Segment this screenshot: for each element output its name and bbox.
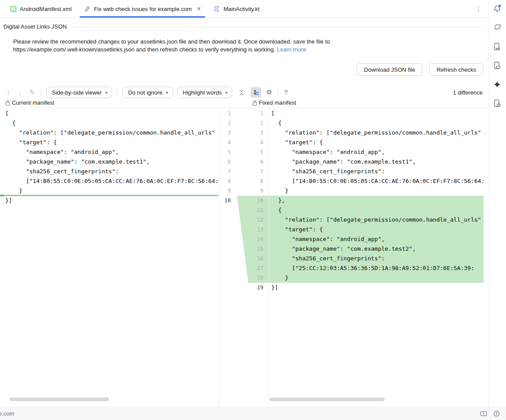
tabbar-spacer: [266, 0, 475, 18]
chevron-down-icon: ▾: [166, 90, 168, 95]
code-line: "relation": ["delegate_permission/common…: [269, 128, 484, 138]
toolbar-separator: [41, 89, 41, 96]
event-tooltip-icon[interactable]: [480, 411, 487, 417]
status-icons: [480, 410, 500, 417]
section-title: Digital Asset Links JSON: [4, 23, 67, 30]
line-number: 4: [219, 138, 263, 147]
tab-androidmanifest[interactable]: M AndroidManifest.xml: [4, 0, 78, 18]
device-manager-icon[interactable]: [491, 41, 503, 52]
lock-icon: [252, 100, 257, 106]
fixed-manifest-pane[interactable]: [ { "relation": ["delegate_permission/co…: [269, 108, 484, 407]
viewer-mode-dropdown[interactable]: Side-by-side viewer ▾: [46, 87, 112, 98]
gemini-sparkle-icon[interactable]: [491, 79, 503, 90]
code-line: "sha256_cert_fingerprints":: [0, 167, 218, 176]
edit-icon[interactable]: ✎: [28, 88, 36, 96]
line-number: 8: [219, 176, 263, 186]
ignore-policy-value: Do not ignore: [128, 89, 162, 96]
code-line: }: [0, 186, 218, 196]
code-line: "package_name": "com.example.test1",: [269, 157, 484, 167]
code-line: ["14:B0:55:C0:0E:05:05:CA:CC:AE:76:0A:0C…: [269, 176, 484, 186]
tab-fix-web-check[interactable]: Fix web check issues for example.com ✕: [78, 0, 207, 18]
line-number: 1: [219, 109, 263, 118]
line-number: 5: [219, 147, 263, 157]
tab-mainactivity[interactable]: MainActivity.kt: [207, 0, 266, 18]
code-line: "package_name": "com.example.test2",: [269, 244, 484, 254]
right-line-numbers: 12345678910111213141516171819: [219, 108, 263, 292]
code-line: {: [269, 118, 484, 128]
code-line: [: [0, 109, 218, 118]
current-manifest-pane[interactable]: [ { "relation": ["delegate_permission/co…: [0, 108, 218, 407]
action-buttons: Download JSON file Refresh checks: [357, 63, 484, 76]
tab-close-icon[interactable]: ✕: [197, 6, 201, 12]
ignore-policy-dropdown[interactable]: Do not ignore ▾: [122, 87, 173, 98]
line-number: 7: [219, 167, 263, 176]
diff-toolbar: ↑ ↓ ✎ Side-by-side viewer ▾ Do not ignor…: [4, 86, 483, 99]
toolbar-separator: [117, 89, 117, 96]
code-line: }]: [269, 283, 484, 292]
line-number: 2: [219, 118, 263, 128]
insertion-point-line: [4, 195, 218, 196]
gear-icon[interactable]: ⚙: [265, 88, 273, 96]
synchronize-scrolling-icon[interactable]: [251, 87, 261, 98]
pane-headers: Current manifest Fixed manifest: [0, 99, 488, 108]
line-number: 16: [219, 254, 263, 263]
diff-gutter: 12345678910 1234567891011121314151617181…: [218, 108, 269, 407]
line-number: 19: [219, 283, 263, 292]
difference-count: 1 difference: [453, 89, 483, 96]
app-links-assistant-icon[interactable]: [491, 98, 503, 109]
download-json-button[interactable]: Download JSON file: [357, 63, 422, 76]
instructions-line1: Please review the recommended changes to…: [13, 38, 330, 45]
fixed-manifest-header: Fixed manifest: [252, 99, 296, 106]
code-line: [: [269, 109, 484, 118]
line-number: 3: [219, 128, 263, 138]
right-pane-code: [ { "relation": ["delegate_permission/co…: [269, 108, 484, 292]
learn-more-link[interactable]: Learn more: [277, 46, 306, 53]
line-number: 14: [219, 234, 263, 244]
code-line: {: [269, 205, 484, 215]
status-text: e.com: [0, 410, 14, 417]
left-pane-code: [ { "relation": ["delegate_permission/co…: [0, 108, 218, 205]
right-horizontal-scrollbar[interactable]: [269, 398, 385, 401]
left-horizontal-scrollbar[interactable]: [10, 398, 109, 401]
gradle-icon[interactable]: [491, 22, 503, 33]
fixed-manifest-title: Fixed manifest: [259, 99, 296, 106]
code-line: {: [0, 118, 218, 128]
problems-info-icon[interactable]: [493, 410, 500, 417]
line-number: 18: [219, 273, 263, 283]
tab-label: MainActivity.kt: [223, 6, 259, 12]
highlight-mode-value: Highlight words: [183, 89, 222, 96]
code-line: "relation": ["delegate_permission/common…: [0, 128, 218, 138]
refresh-checks-button[interactable]: Refresh checks: [429, 63, 484, 76]
highlight-mode-dropdown[interactable]: Highlight words ▾: [177, 87, 233, 98]
status-bar: e.com: [0, 407, 506, 420]
lock-icon: [5, 100, 10, 106]
line-number: 13: [219, 225, 263, 234]
insertion-gutter-mark: [0, 194, 4, 197]
tab-options-icon[interactable]: ⋮: [475, 6, 482, 12]
notifications-bell-icon[interactable]: [491, 3, 503, 15]
section-divider: [71, 27, 484, 27]
android-studio-window: M AndroidManifest.xml Fix web check issu…: [0, 0, 506, 420]
code-line: "sha256_cert_fingerprints":: [269, 167, 484, 176]
app-links-panel: Digital Asset Links JSON Please review t…: [0, 18, 488, 407]
previous-difference-icon[interactable]: ↑: [4, 89, 12, 96]
code-line: ["14:B0:55:C0:0E:05:05:CA:CC:AE:76:0A:0C…: [0, 176, 218, 186]
chevron-down-icon: ▾: [225, 90, 227, 95]
code-line: ["25:CC:12:03:A5:36:36:5D:1A:98:A9:52:01…: [269, 263, 484, 273]
code-line: "relation": ["delegate_permission/common…: [269, 215, 484, 225]
current-manifest-header: Current manifest: [5, 99, 54, 106]
help-icon[interactable]: ?: [284, 89, 288, 96]
tab-label: Fix web check issues for example.com: [94, 6, 192, 12]
kotlin-icon: [213, 5, 220, 12]
running-devices-icon[interactable]: [491, 60, 503, 71]
line-number: 17: [219, 263, 263, 273]
code-line: },: [269, 196, 484, 205]
collapse-unchanged-icon[interactable]: [236, 87, 247, 98]
chevron-down-icon: ▾: [105, 90, 107, 95]
viewer-mode-value: Side-by-side viewer: [52, 89, 102, 96]
section-header: Digital Asset Links JSON: [4, 23, 484, 30]
next-difference-icon[interactable]: ↓: [16, 89, 24, 96]
line-number: 9: [219, 186, 263, 196]
line-number: 10: [219, 196, 263, 205]
code-line: "target": {: [269, 225, 484, 234]
